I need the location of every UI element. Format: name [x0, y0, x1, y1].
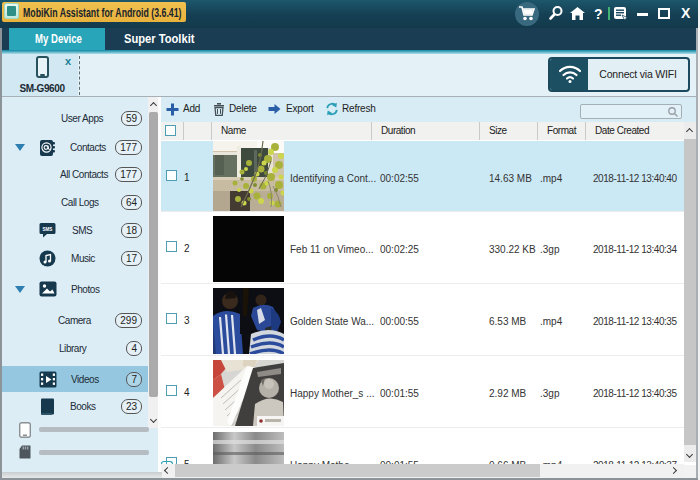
svg-text:SMS: SMS: [42, 227, 52, 232]
